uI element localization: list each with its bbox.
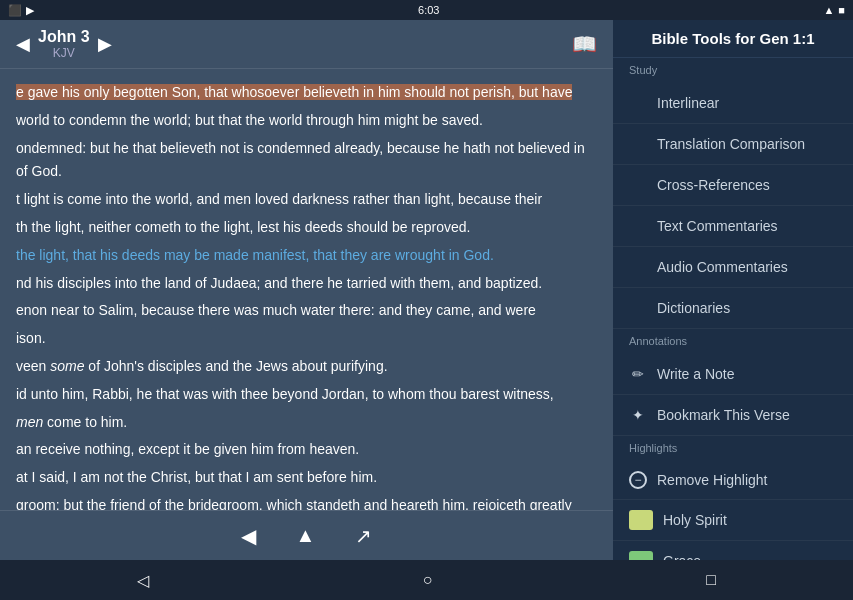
- grace-item[interactable]: Grace: [613, 541, 853, 560]
- verse-8: enon near to Salim, because there was mu…: [16, 299, 597, 323]
- status-bar: ⬛▶ 6:03 ▲■: [0, 0, 853, 20]
- bookmark-item[interactable]: ✦ Bookmark This Verse: [613, 395, 853, 436]
- verse-9: ison.: [16, 327, 597, 351]
- verse-10: veen some of John's disciples and the Je…: [16, 355, 597, 379]
- android-back-button[interactable]: ◁: [137, 571, 149, 590]
- bible-panel: ◀ John 3 KJV ▶ 📖 e gave his only begotte…: [0, 20, 613, 560]
- bottom-toolbar: ◀ ▲ ↗: [0, 510, 613, 560]
- study-section-label: Study: [613, 58, 853, 79]
- tools-panel: Bible Tools for Gen 1:1 Study Interlinea…: [613, 20, 853, 560]
- tools-header: Bible Tools for Gen 1:1: [613, 20, 853, 58]
- translation-label: Translation Comparison: [657, 136, 805, 152]
- interlinear-label: Interlinear: [657, 95, 719, 111]
- sidebar-item-text-commentaries[interactable]: Text Commentaries: [613, 206, 853, 247]
- status-right-icons: ▲■: [823, 4, 845, 16]
- up-button[interactable]: ▲: [296, 524, 316, 547]
- text-comm-label: Text Commentaries: [657, 218, 778, 234]
- next-arrow[interactable]: ▶: [98, 33, 112, 55]
- write-note-label: Write a Note: [657, 366, 735, 382]
- verse-3: ondemned: but he that believeth not is c…: [16, 137, 597, 185]
- sidebar-item-translation-comparison[interactable]: Translation Comparison: [613, 124, 853, 165]
- annotations-section-label: Annotations: [613, 329, 853, 350]
- verse-14: at I said, I am not the Christ, but that…: [16, 466, 597, 490]
- sidebar-item-interlinear[interactable]: Interlinear: [613, 83, 853, 124]
- bible-nav: ◀ John 3 KJV ▶: [16, 28, 112, 60]
- status-time: 6:03: [418, 4, 439, 16]
- bible-text: e gave his only begotten Son, that whoso…: [0, 69, 613, 510]
- verse-1: e gave his only begotten Son, that whoso…: [16, 81, 597, 105]
- android-nav-bar: ◁ ○ □: [0, 560, 853, 600]
- remove-highlight-item[interactable]: − Remove Highlight: [613, 461, 853, 500]
- remove-highlight-label: Remove Highlight: [657, 472, 768, 488]
- book-title: John 3: [38, 28, 90, 46]
- android-recent-button[interactable]: □: [706, 571, 716, 589]
- verse-6: the light, that his deeds may be made ma…: [16, 244, 597, 268]
- verse-11: id unto him, Rabbi, he that was with the…: [16, 383, 597, 407]
- holy-spirit-color: [629, 510, 653, 530]
- bible-version: KJV: [38, 46, 90, 60]
- holy-spirit-label: Holy Spirit: [663, 512, 727, 528]
- sidebar-item-audio-commentaries[interactable]: Audio Commentaries: [613, 247, 853, 288]
- verse-13: an receive nothing, except it be given h…: [16, 438, 597, 462]
- verse-2: world to condemn the world; but that the…: [16, 109, 597, 133]
- verse-7: nd his disciples into the land of Judaea…: [16, 272, 597, 296]
- verse-5: th the light, neither cometh to the ligh…: [16, 216, 597, 240]
- prev-arrow[interactable]: ◀: [16, 33, 30, 55]
- sidebar-item-dictionaries[interactable]: Dictionaries: [613, 288, 853, 329]
- android-home-button[interactable]: ○: [423, 571, 433, 589]
- grace-color: [629, 551, 653, 560]
- tools-title: Bible Tools for Gen 1:1: [629, 30, 837, 47]
- cross-ref-label: Cross-References: [657, 177, 770, 193]
- bible-header: ◀ John 3 KJV ▶ 📖: [0, 20, 613, 69]
- verse-12: men come to him.: [16, 411, 597, 435]
- status-left-icons: ⬛▶: [8, 4, 34, 17]
- verse-15: groom: but the friend of the bridegroom,…: [16, 494, 597, 510]
- write-note-item[interactable]: ✏ Write a Note: [613, 354, 853, 395]
- share-button[interactable]: ↗: [355, 524, 372, 548]
- highlights-section-label: Highlights: [613, 436, 853, 457]
- holy-spirit-item[interactable]: Holy Spirit: [613, 500, 853, 541]
- bookmark-icon: ✦: [629, 407, 647, 423]
- dict-label: Dictionaries: [657, 300, 730, 316]
- back-button[interactable]: ◀: [241, 524, 256, 548]
- grace-label: Grace: [663, 553, 701, 560]
- audio-comm-label: Audio Commentaries: [657, 259, 788, 275]
- bookmark-label: Bookmark This Verse: [657, 407, 790, 423]
- pencil-icon: ✏: [629, 366, 647, 382]
- remove-highlight-icon: −: [629, 471, 647, 489]
- book-icon[interactable]: 📖: [572, 32, 597, 56]
- verse-4: t light is come into the world, and men …: [16, 188, 597, 212]
- sidebar-item-cross-references[interactable]: Cross-References: [613, 165, 853, 206]
